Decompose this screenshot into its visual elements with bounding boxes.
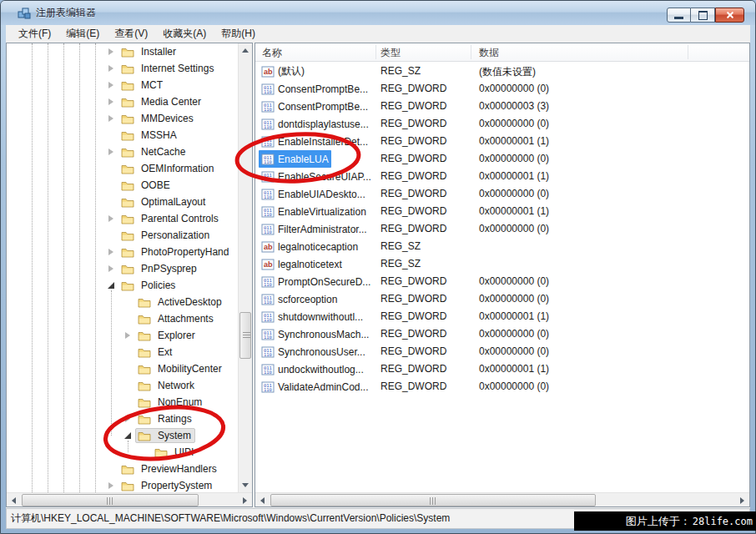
tree-item-previewhandlers[interactable]: PreviewHandlers [7,461,221,477]
tree-item-media-center[interactable]: Media Center [7,93,205,110]
expand-icon[interactable] [105,146,117,158]
registry-value-row-legalnoticetext[interactable]: ab legalnoticetextREG_SZ [255,255,749,273]
value-name-cell[interactable]: 011 110 undockwithoutlog... [259,360,366,378]
list-hscroll-thumb[interactable] [270,494,596,506]
value-name-cell[interactable]: 011 110 EnableUIADeskto... [259,185,368,203]
column-header-name[interactable]: 名称 [262,46,282,60]
tree-node[interactable]: PhotoPropertyHand [118,244,233,259]
tree-node[interactable]: MCT [118,78,167,93]
tree-node[interactable]: OEMInformation [118,161,218,176]
tree-node[interactable]: MMDevices [118,111,198,126]
tree-node[interactable]: OOBE [118,178,174,193]
tree-node[interactable]: Internet Settings [118,61,218,76]
tree-item-personalization[interactable]: Personalization [7,227,214,244]
tree-item-uipi[interactable]: UIPI [7,444,198,461]
tree-node[interactable]: NetCache [118,144,189,159]
registry-value-row-undockwithoutlog[interactable]: 011 110 undockwithoutlog...REG_DWORD0x00… [255,360,749,378]
tree-node[interactable]: Policies [118,278,179,293]
collapse-icon[interactable] [122,430,134,441]
tree-item-parental-controls[interactable]: Parental Controls [7,210,223,227]
tree-node[interactable]: Attachments [135,311,218,326]
value-name-cell[interactable]: ab (默认) [259,63,307,80]
scroll-down-button[interactable] [238,478,252,492]
tree-item-mssha[interactable]: MSSHA [7,127,181,144]
tree-node[interactable]: OptimalLayout [118,194,209,209]
collapse-icon[interactable] [105,280,117,291]
tree-item-nonenum[interactable]: NonEnum [7,394,206,411]
registry-value-row-[interactable]: ab (默认)REG_SZ(数值未设置) [255,63,749,80]
value-name-cell[interactable]: 011 110 EnableSecureUIAP... [259,168,374,185]
title-bar[interactable]: 注册表编辑器 [1,1,755,25]
registry-value-row-synchronousmach[interactable]: 011 110 SynchronousMach...REG_DWORD0x000… [255,325,749,343]
column-header-data[interactable]: 数据 [479,46,499,60]
expand-icon[interactable] [105,480,117,491]
expand-icon[interactable] [105,246,117,258]
tree-item-oeminformation[interactable]: OEMInformation [7,160,218,177]
tree-item-attachments[interactable]: Attachments [7,310,218,327]
tree-node[interactable]: Ext [135,345,176,360]
registry-value-row-shutdownwithoutl[interactable]: 011 110 shutdownwithoutl...REG_DWORD0x00… [255,308,749,325]
scroll-up-button[interactable] [238,43,252,58]
tree-node[interactable]: System [135,428,195,443]
tree-item-netcache[interactable]: NetCache [7,144,189,160]
menu-h[interactable]: 帮助(H) [214,24,263,43]
tree-node[interactable]: Ratings [135,411,196,426]
value-name-cell[interactable]: 011 110 scforceoption [259,290,340,308]
tree-item-network[interactable]: Network [7,377,199,394]
expand-icon[interactable] [105,63,117,74]
tree-viewport[interactable]: Installer Internet Settings MCT Media Ce… [7,43,238,492]
tree-item-system[interactable]: System [7,427,195,444]
registry-value-row-synchronoususer[interactable]: 011 110 SynchronousUser...REG_DWORD0x000… [255,343,749,360]
tree-node[interactable]: MobilityCenter [135,361,226,376]
expand-icon[interactable] [122,330,134,341]
scroll-right-button[interactable] [238,493,252,507]
value-name-cell[interactable]: 011 110 ConsentPromptBe... [259,98,370,115]
tree-item-pnpsysprep[interactable]: PnPSysprep [7,260,201,277]
registry-value-row-scforceoption[interactable]: 011 110 scforceoptionREG_DWORD0x00000000… [255,290,749,308]
tree-item-propertysystem[interactable]: PropertySystem [7,477,216,492]
value-name-cell[interactable]: 011 110 FilterAdministrator... [259,220,370,238]
tree-item-oobe[interactable]: OOBE [7,177,174,194]
expand-icon[interactable] [122,413,134,425]
registry-value-row-dontdisplaylastuse[interactable]: 011 110 dontdisplaylastuse...REG_DWORD0x… [255,115,749,133]
value-list[interactable]: ab (默认)REG_SZ(数值未设置) 011 110 ConsentProm… [255,63,749,395]
value-name-cell[interactable]: ab legalnoticecaption [259,238,360,255]
tree-node[interactable]: Parental Controls [118,211,223,226]
expand-icon[interactable] [105,79,117,91]
tree-vertical-scrollbar[interactable] [238,43,252,492]
tree-item-explorer[interactable]: Explorer [7,327,199,344]
scroll-right-button[interactable] [735,493,749,507]
expand-icon[interactable] [105,113,117,124]
registry-value-row-enablelua[interactable]: 011 110 EnableLUAREG_DWORD0x00000000 (0) [255,150,749,168]
registry-value-row-legalnoticecaption[interactable]: ab legalnoticecaptionREG_SZ [255,238,749,255]
tree-item-mmdevices[interactable]: MMDevices [7,110,198,127]
menu-a[interactable]: 收藏夹(A) [155,24,214,43]
tree-vscroll-thumb[interactable] [239,312,251,359]
value-name-cell[interactable]: 011 110 EnableVirtualization [259,203,369,220]
tree-item-internet-settings[interactable]: Internet Settings [7,60,218,77]
value-name-cell[interactable]: 011 110 ValidateAdminCod... [259,378,371,395]
scroll-left-button[interactable] [7,493,21,507]
tree-node[interactable]: Installer [118,44,180,59]
value-name-cell[interactable]: ab legalnoticetext [259,255,345,273]
tree-node[interactable]: Explorer [135,328,199,343]
tree-item-installer[interactable]: Installer [7,43,180,60]
registry-value-row-enablesecureuiap[interactable]: 011 110 EnableSecureUIAP...REG_DWORD0x00… [255,168,749,185]
tree-node[interactable]: Network [135,378,199,393]
tree-node[interactable]: MSSHA [118,128,181,143]
close-button[interactable] [715,8,744,23]
value-name-cell[interactable]: 011 110 dontdisplaylastuse... [259,115,371,133]
tree-node[interactable]: NonEnum [135,395,206,410]
value-name-cell[interactable]: 011 110 ConsentPromptBe... [259,80,370,98]
maximize-button[interactable] [691,8,715,23]
minimize-button[interactable] [667,8,691,23]
tree-item-mct[interactable]: MCT [7,77,167,93]
tree-node[interactable]: UIPI [152,445,198,460]
list-horizontal-scrollbar[interactable] [255,492,749,506]
registry-value-row-validateadmincod[interactable]: 011 110 ValidateAdminCod...REG_DWORD0x00… [255,378,749,395]
tree-node[interactable]: Media Center [118,94,205,109]
registry-value-row-enableinstallerdet[interactable]: 011 110 EnableInstallerDet...REG_DWORD0x… [255,133,749,150]
column-header-type[interactable]: 类型 [381,46,401,60]
tree-node[interactable]: PreviewHandlers [118,461,221,476]
value-name-cell[interactable]: 011 110 SynchronousUser... [259,343,368,360]
